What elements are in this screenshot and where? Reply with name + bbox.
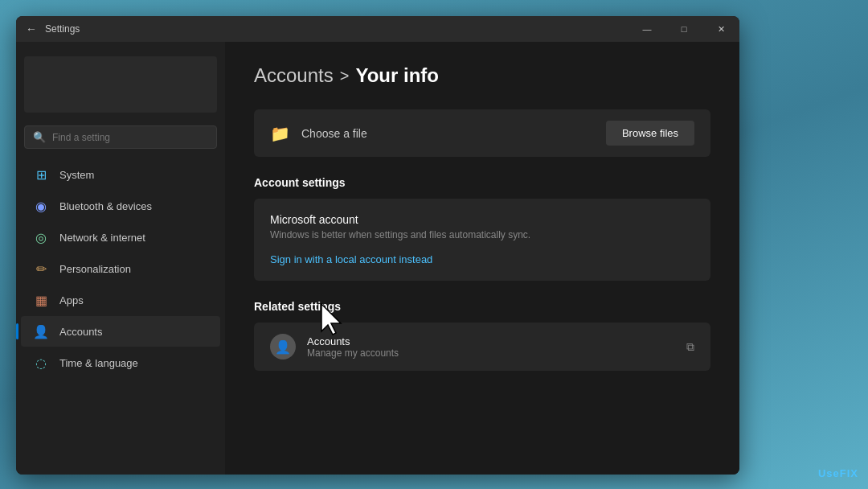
sidebar-profile xyxy=(24,56,217,113)
external-link-icon[interactable]: ⧉ xyxy=(686,340,694,354)
sidebar-item-label: Apps xyxy=(59,294,84,306)
sidebar-item-label: Personalization xyxy=(59,263,131,275)
bluetooth-icon: ◉ xyxy=(34,199,48,213)
maximize-button[interactable]: □ xyxy=(665,16,702,42)
local-account-link[interactable]: Sign in with a local account instead xyxy=(270,253,432,265)
sidebar-item-label: System xyxy=(59,169,94,181)
sidebar: 🔍 ⊞ System ◉ Bluetooth & devices ◎ Netwo… xyxy=(16,42,225,475)
account-card-title: Microsoft account xyxy=(270,213,694,226)
sidebar-item-accounts[interactable]: 👤 Accounts xyxy=(21,316,220,347)
file-icon: 📁 xyxy=(270,124,290,143)
breadcrumb: Accounts > Your info xyxy=(254,64,710,87)
account-settings-title: Account settings xyxy=(254,176,710,189)
sidebar-item-system[interactable]: ⊞ System xyxy=(21,159,220,190)
related-account-icon: 👤 xyxy=(270,334,296,360)
breadcrumb-parent: Accounts xyxy=(254,64,334,87)
window-title: Settings xyxy=(45,23,80,35)
network-icon: ◎ xyxy=(34,230,48,244)
related-settings-title: Related settings xyxy=(254,300,710,313)
related-subtitle: Manage my accounts xyxy=(307,347,675,359)
window-controls: — □ ✕ xyxy=(628,16,739,42)
sidebar-item-network[interactable]: ◎ Network & internet xyxy=(21,222,220,253)
search-icon: 🔍 xyxy=(33,131,46,143)
personalization-icon: ✏ xyxy=(34,261,48,276)
sidebar-item-personalization[interactable]: ✏ Personalization xyxy=(21,253,220,284)
minimize-button[interactable]: — xyxy=(628,16,665,42)
breadcrumb-current: Your info xyxy=(355,64,439,87)
account-card: Microsoft account Windows is better when… xyxy=(254,199,710,281)
related-title: Accounts xyxy=(307,335,675,347)
sidebar-item-label: Bluetooth & devices xyxy=(59,200,152,212)
back-button[interactable]: ← xyxy=(26,23,37,35)
sidebar-item-label: Network & internet xyxy=(59,232,145,244)
related-settings-row: 👤 Accounts Manage my accounts ⧉ xyxy=(254,323,710,371)
settings-window: ← Settings — □ ✕ 🔍 ⊞ System ◉ Blue xyxy=(16,16,739,475)
choose-file-row: 📁 Choose a file Browse files xyxy=(254,109,710,157)
main-layout: 🔍 ⊞ System ◉ Bluetooth & devices ◎ Netwo… xyxy=(16,42,739,475)
sidebar-item-time[interactable]: ◌ Time & language xyxy=(21,347,220,378)
watermark-prefix: U xyxy=(818,467,826,479)
account-card-description: Windows is better when settings and file… xyxy=(270,229,694,240)
watermark: UseFIX xyxy=(818,467,858,479)
accounts-icon: 👤 xyxy=(34,324,48,339)
content-area: Accounts > Your info 📁 Choose a file Bro… xyxy=(225,42,739,475)
sidebar-item-bluetooth[interactable]: ◉ Bluetooth & devices xyxy=(21,191,220,221)
search-input[interactable] xyxy=(52,132,208,143)
sidebar-item-label: Time & language xyxy=(59,357,138,369)
user-icon: 👤 xyxy=(275,339,291,355)
watermark-highlight: se xyxy=(826,467,839,479)
sidebar-nav: ⊞ System ◉ Bluetooth & devices ◎ Network… xyxy=(16,155,225,475)
related-text: Accounts Manage my accounts xyxy=(307,335,675,359)
breadcrumb-separator: > xyxy=(340,67,350,85)
sidebar-item-apps[interactable]: ▦ Apps xyxy=(21,285,220,315)
apps-icon: ▦ xyxy=(34,293,48,307)
choose-file-label: Choose a file xyxy=(301,127,595,140)
close-button[interactable]: ✕ xyxy=(702,16,739,42)
watermark-suffix: FIX xyxy=(840,467,858,479)
search-box[interactable]: 🔍 xyxy=(24,125,217,149)
system-icon: ⊞ xyxy=(34,167,48,182)
time-icon: ◌ xyxy=(34,355,48,370)
sidebar-item-label: Accounts xyxy=(59,326,102,338)
titlebar: ← Settings — □ ✕ xyxy=(16,16,739,42)
browse-files-button[interactable]: Browse files xyxy=(606,121,694,146)
